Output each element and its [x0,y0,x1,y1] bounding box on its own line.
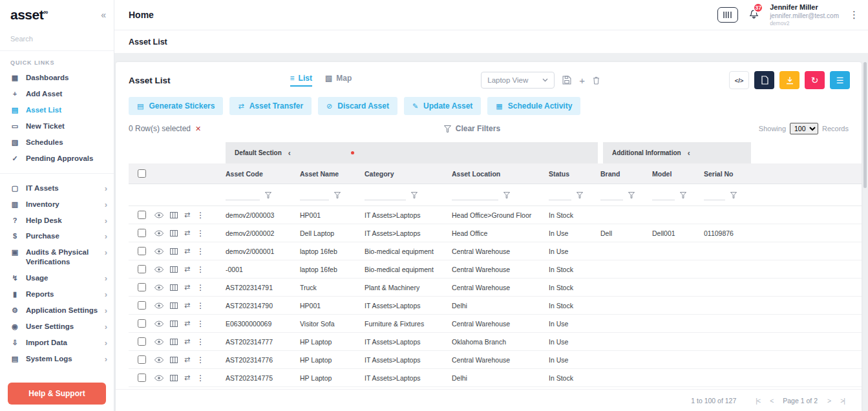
section-additional-information[interactable]: Additional Information ‹ [603,142,751,163]
table-row[interactable]: ⇄ ⋮ E06300000069 Visitor Sofa Furniture … [129,315,862,333]
transfer-icon[interactable]: ⇄ [184,229,190,237]
transfer-icon[interactable]: ⇄ [184,211,190,219]
sidebar-item-dashboards[interactable]: ▦ Dashboards [0,70,114,86]
filter-icon[interactable] [628,192,635,198]
sidebar-item-import-data[interactable]: ⇩ Import Data › [0,335,114,351]
prev-page-button[interactable]: < [770,397,773,405]
add-view-icon[interactable]: + [579,75,585,86]
view-icon[interactable] [154,284,164,291]
last-page-button[interactable]: >| [840,397,845,405]
row-menu-icon[interactable]: ⋮ [196,265,204,274]
row-checkbox[interactable] [138,283,146,291]
sidebar-item-add-asset[interactable]: + Add Asset [0,86,114,102]
discard-asset-button[interactable]: ⊘ Discard Asset [318,97,397,115]
next-page-button[interactable]: > [827,397,831,405]
transfer-icon[interactable]: ⇄ [184,337,190,346]
view-icon[interactable] [154,266,164,273]
filter-icon[interactable] [334,192,341,198]
section-default[interactable]: Default Section ‹ [226,142,598,163]
details-icon[interactable] [170,230,178,237]
transfer-icon[interactable]: ⇄ [184,283,190,291]
notifications-button[interactable]: 37 [748,8,759,22]
generate-stickers-button[interactable]: ▤ Generate Stickers [129,97,223,115]
export-document-button[interactable] [754,71,774,89]
sidebar-item-new-ticket[interactable]: ▭ New Ticket [0,118,114,134]
details-icon[interactable] [170,284,178,291]
row-checkbox[interactable] [138,337,146,346]
details-icon[interactable] [170,248,178,255]
column-header[interactable]: Asset Code [226,170,300,178]
sidebar-item-asset-list[interactable]: ▤ Asset List [0,102,114,118]
sidebar-item-user-settings[interactable]: ◉ User Settings › [0,319,114,335]
delete-view-icon[interactable] [593,76,600,85]
row-checkbox[interactable] [138,265,146,273]
table-row[interactable]: ⇄ ⋮ AST202314776 HP Laptop IT Assets>Lap… [129,351,862,369]
column-filter-input[interactable] [652,190,675,200]
tab-map[interactable]: ▧ Map [325,74,352,87]
transfer-icon[interactable]: ⇄ [184,247,190,255]
view-icon[interactable] [154,357,164,363]
filter-icon[interactable] [577,192,583,198]
row-checkbox[interactable] [138,355,146,364]
column-filter-input[interactable] [365,190,406,200]
row-checkbox[interactable] [138,319,146,328]
view-icon[interactable] [154,321,164,327]
transfer-icon[interactable]: ⇄ [184,355,190,364]
section-collapse-icon[interactable]: ‹ [288,149,291,158]
barcode-scan-icon[interactable] [717,7,738,23]
column-header[interactable]: Category [365,170,452,178]
search-input[interactable] [10,35,103,43]
details-icon[interactable] [170,302,178,309]
sidebar-item-audits-physical-verifications[interactable]: ▣ Audits & Physical Verifications › [0,244,114,270]
column-filter-input[interactable] [600,190,623,200]
transfer-icon[interactable]: ⇄ [184,265,190,273]
row-menu-icon[interactable]: ⋮ [196,211,204,220]
transfer-icon[interactable]: ⇄ [184,319,190,328]
details-icon[interactable] [170,266,178,273]
sidebar-item-reports[interactable]: ▮ Reports › [0,286,114,302]
sidebar-collapse-icon[interactable]: « [101,10,106,20]
view-icon[interactable] [154,230,164,237]
row-menu-icon[interactable]: ⋮ [196,337,204,346]
row-checkbox[interactable] [138,374,146,382]
view-icon[interactable] [154,339,164,345]
row-checkbox[interactable] [138,211,146,219]
sidebar-item-pending-approvals[interactable]: ✓ Pending Approvals [0,151,114,167]
filter-icon[interactable] [265,192,271,198]
asset-transfer-button[interactable]: ⇄ Asset Transfer [229,97,312,115]
details-icon[interactable] [170,357,178,363]
row-checkbox[interactable] [138,247,146,255]
first-page-button[interactable]: |< [756,397,760,405]
sidebar-item-it-assets[interactable]: ▢ IT Assets › [0,180,114,196]
column-header[interactable]: Status [549,170,600,178]
sidebar-item-system-logs[interactable]: ▤ System Logs › [0,351,114,367]
sidebar-item-usage[interactable]: ↯ Usage › [0,270,114,286]
column-header[interactable]: Asset Name [300,170,365,178]
user-menu[interactable]: Jennifer Miller jennifer.miller@test.com… [770,3,839,26]
table-row[interactable]: ⇄ ⋮ AST202314791 Truck Plant & Machinery… [129,279,862,297]
row-menu-icon[interactable]: ⋮ [196,283,204,292]
details-icon[interactable] [170,339,178,345]
refresh-button[interactable]: ↻ [805,71,825,89]
view-icon[interactable] [154,248,164,255]
row-checkbox[interactable] [138,301,146,310]
update-asset-button[interactable]: ✎ Update Asset [404,97,481,115]
sidebar-item-inventory[interactable]: ▥ Inventory › [0,196,114,213]
column-filter-input[interactable] [452,190,498,200]
sidebar-item-help-desk[interactable]: ? Help Desk › [0,213,114,229]
column-header[interactable]: Model [652,170,704,178]
table-row[interactable]: ⇄ ⋮ demov2/000003 HP001 IT Assets>Laptop… [129,206,862,224]
column-filter-input[interactable] [549,190,571,200]
row-checkbox[interactable] [138,229,146,237]
sidebar-item-purchase[interactable]: $ Purchase › [0,228,114,244]
filter-icon[interactable] [411,192,418,198]
schedule-activity-button[interactable]: ▦ Schedule Activity [487,97,580,115]
row-menu-icon[interactable]: ⋮ [196,247,204,256]
details-icon[interactable] [170,321,178,327]
table-row[interactable]: ⇄ ⋮ AST202314790 HP001 IT Assets>Laptops… [129,297,862,315]
row-menu-icon[interactable]: ⋮ [196,374,204,383]
table-row[interactable]: ⇄ ⋮ AST202314775 HP Laptop IT Assets>Lap… [129,369,862,387]
table-row[interactable]: ⇄ ⋮ AST202314777 HP Laptop IT Assets>Lap… [129,333,862,351]
help-support-button[interactable]: Help & Support [8,383,106,405]
row-menu-icon[interactable]: ⋮ [196,229,204,238]
